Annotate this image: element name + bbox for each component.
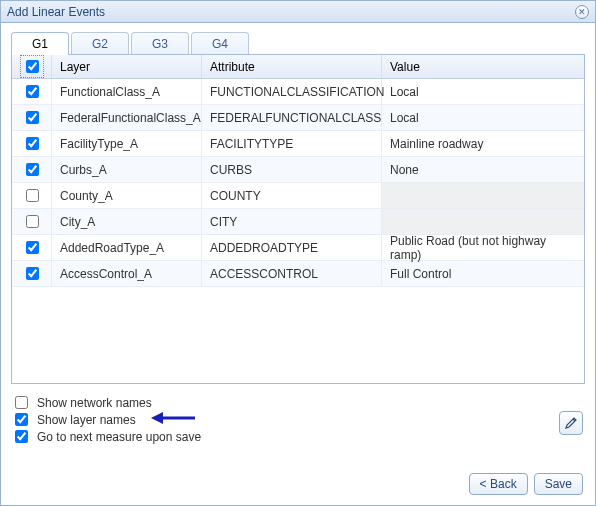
row-checkbox-cell	[12, 235, 52, 260]
row-value[interactable]	[382, 183, 584, 208]
row-layer: Curbs_A	[52, 157, 202, 182]
show-network-names-label: Show network names	[37, 396, 152, 410]
row-checkbox-cell	[12, 261, 52, 286]
close-icon[interactable]: ✕	[575, 5, 589, 19]
tab-g3[interactable]: G3	[131, 32, 189, 55]
footer-buttons: < Back Save	[469, 473, 583, 495]
row-attribute: ADDEDROADTYPE	[202, 235, 382, 260]
row-attribute: COUNTY	[202, 183, 382, 208]
row-checkbox[interactable]	[26, 163, 39, 176]
show-layer-names-label: Show layer names	[37, 413, 136, 427]
show-layer-names-checkbox[interactable]	[15, 413, 28, 426]
row-value[interactable]: Local	[382, 79, 584, 104]
row-layer: FederalFunctionalClass_A	[52, 105, 202, 130]
row-value[interactable]: Full Control	[382, 261, 584, 286]
header-checkbox-focus-ring	[20, 55, 44, 78]
row-layer: County_A	[52, 183, 202, 208]
add-linear-events-dialog: Add Linear Events ✕ G1G2G3G4 Layer Attri…	[0, 0, 596, 506]
go-to-next-measure-label: Go to next measure upon save	[37, 430, 201, 444]
tab-strip: G1G2G3G4	[11, 31, 585, 55]
table-row[interactable]: Curbs_ACURBSNone	[12, 157, 584, 183]
select-all-checkbox[interactable]	[26, 60, 39, 73]
table-row[interactable]: AccessControl_AACCESSCONTROLFull Control	[12, 261, 584, 287]
table-row[interactable]: City_ACITY	[12, 209, 584, 235]
row-checkbox-cell	[12, 183, 52, 208]
row-attribute: FEDERALFUNCTIONALCLASS	[202, 105, 382, 130]
row-layer: FunctionalClass_A	[52, 79, 202, 104]
grid-body: FunctionalClass_AFUNCTIONALCLASSIFICATIO…	[12, 79, 584, 383]
row-checkbox[interactable]	[26, 111, 39, 124]
row-checkbox[interactable]	[26, 267, 39, 280]
row-attribute: FUNCTIONALCLASSIFICATION	[202, 79, 382, 104]
show-network-names-checkbox[interactable]	[15, 396, 28, 409]
row-checkbox-cell	[12, 105, 52, 130]
titlebar: Add Linear Events ✕	[1, 1, 595, 23]
column-header-value[interactable]: Value	[382, 55, 584, 78]
go-to-next-measure-checkbox[interactable]	[15, 430, 28, 443]
row-checkbox-cell	[12, 157, 52, 182]
row-checkbox[interactable]	[26, 189, 39, 202]
row-attribute: CURBS	[202, 157, 382, 182]
tab-g1[interactable]: G1	[11, 32, 69, 55]
row-value[interactable]: Local	[382, 105, 584, 130]
row-attribute: ACCESSCONTROL	[202, 261, 382, 286]
edit-button[interactable]	[559, 411, 583, 435]
back-button[interactable]: < Back	[469, 473, 528, 495]
row-value[interactable]: Public Road (but not highway ramp)	[382, 235, 584, 260]
row-value[interactable]: Mainline roadway	[382, 131, 584, 156]
annotation-arrow-icon	[151, 411, 195, 425]
options-area: Show network names Show layer names Go t…	[11, 394, 585, 445]
grid-header: Layer Attribute Value	[12, 55, 584, 79]
header-checkbox-cell	[12, 55, 52, 78]
events-grid: Layer Attribute Value FunctionalClass_AF…	[11, 54, 585, 384]
row-checkbox-cell	[12, 79, 52, 104]
table-row[interactable]: FederalFunctionalClass_AFEDERALFUNCTIONA…	[12, 105, 584, 131]
save-button[interactable]: Save	[534, 473, 583, 495]
option-show-network-names: Show network names	[11, 394, 585, 411]
tab-g4[interactable]: G4	[191, 32, 249, 55]
column-header-attribute[interactable]: Attribute	[202, 55, 382, 78]
row-layer: AccessControl_A	[52, 261, 202, 286]
row-checkbox-cell	[12, 131, 52, 156]
row-checkbox[interactable]	[26, 241, 39, 254]
option-show-layer-names: Show layer names	[11, 411, 585, 428]
table-row[interactable]: FunctionalClass_AFUNCTIONALCLASSIFICATIO…	[12, 79, 584, 105]
row-layer: FacilityType_A	[52, 131, 202, 156]
table-row[interactable]: AddedRoadType_AADDEDROADTYPEPublic Road …	[12, 235, 584, 261]
row-value[interactable]	[382, 209, 584, 234]
row-checkbox[interactable]	[26, 215, 39, 228]
row-checkbox[interactable]	[26, 137, 39, 150]
row-layer: AddedRoadType_A	[52, 235, 202, 260]
svg-marker-1	[151, 412, 163, 424]
row-layer: City_A	[52, 209, 202, 234]
option-go-to-next-measure: Go to next measure upon save	[11, 428, 585, 445]
row-checkbox[interactable]	[26, 85, 39, 98]
table-row[interactable]: FacilityType_AFACILITYTYPEMainline roadw…	[12, 131, 584, 157]
pencil-icon	[564, 416, 578, 430]
window-title: Add Linear Events	[7, 1, 105, 23]
dialog-body: G1G2G3G4 Layer Attribute Value Functiona…	[1, 23, 595, 455]
row-attribute: CITY	[202, 209, 382, 234]
tab-g2[interactable]: G2	[71, 32, 129, 55]
row-value[interactable]: None	[382, 157, 584, 182]
table-row[interactable]: County_ACOUNTY	[12, 183, 584, 209]
column-header-layer[interactable]: Layer	[52, 55, 202, 78]
row-checkbox-cell	[12, 209, 52, 234]
row-attribute: FACILITYTYPE	[202, 131, 382, 156]
